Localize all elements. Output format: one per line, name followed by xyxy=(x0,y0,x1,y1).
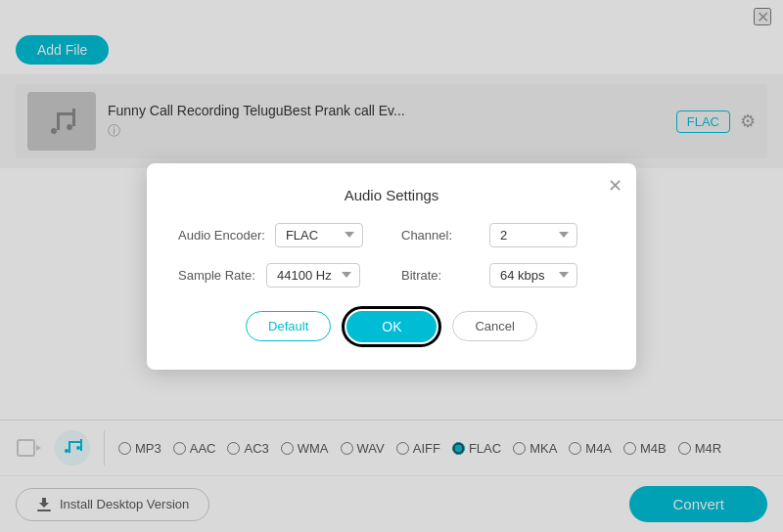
modal-overlay: ✕ Audio Settings Audio Encoder: FLAC Cha… xyxy=(0,0,783,532)
channel-row: Channel: 2 xyxy=(401,223,605,247)
sample-rate-row: Sample Rate: 44100 Hz xyxy=(178,263,382,288)
modal-title: Audio Settings xyxy=(178,187,605,203)
default-button[interactable]: Default xyxy=(246,311,331,341)
bitrate-row: Bitrate: 64 kbps xyxy=(401,263,605,288)
channel-label: Channel: xyxy=(401,228,480,243)
modal-actions: Default OK Cancel xyxy=(178,311,605,342)
channel-select[interactable]: 2 xyxy=(489,223,577,247)
bitrate-label: Bitrate: xyxy=(401,268,480,283)
cancel-button[interactable]: Cancel xyxy=(452,311,536,341)
audio-encoder-label: Audio Encoder: xyxy=(178,228,265,243)
audio-encoder-row: Audio Encoder: FLAC xyxy=(178,223,382,247)
sample-rate-label: Sample Rate: xyxy=(178,268,256,283)
bitrate-select[interactable]: 64 kbps xyxy=(489,263,577,288)
modal-close-button[interactable]: ✕ xyxy=(608,175,622,197)
audio-encoder-select[interactable]: FLAC xyxy=(275,223,363,247)
sample-rate-select[interactable]: 44100 Hz xyxy=(266,263,360,288)
audio-settings-modal: ✕ Audio Settings Audio Encoder: FLAC Cha… xyxy=(147,163,636,370)
settings-grid: Audio Encoder: FLAC Channel: 2 Sample Ra… xyxy=(178,223,605,288)
ok-button[interactable]: OK xyxy=(346,311,437,342)
